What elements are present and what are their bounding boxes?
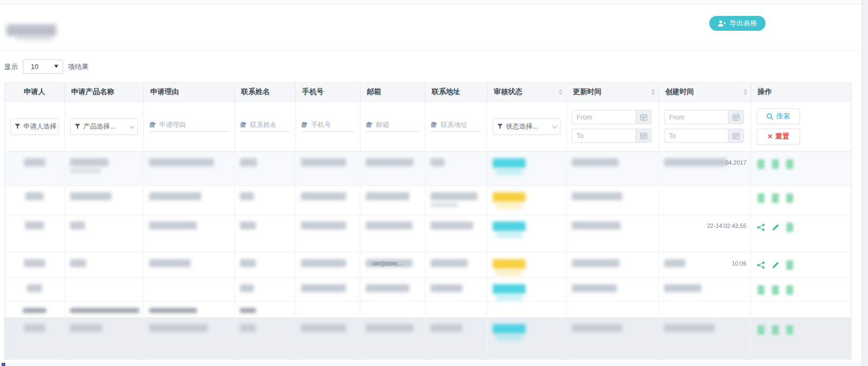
redacted-cell (360, 152, 425, 185)
action-icon-blurred[interactable] (785, 222, 794, 232)
col-header-status[interactable]: 审核状态 (487, 83, 566, 101)
status-filter-dropdown[interactable]: 状态选择... (493, 118, 561, 135)
redacted-cell (235, 318, 296, 359)
export-table-button[interactable]: 导出表格 (709, 16, 766, 31)
col-header-contact: 联系姓名 (235, 83, 296, 101)
action-icon-blurred[interactable] (785, 260, 794, 270)
action-icon-blurred[interactable] (757, 285, 766, 295)
redacted-cell (566, 186, 659, 215)
status-badge (493, 222, 526, 231)
contact-filter-input[interactable] (250, 121, 290, 129)
action-icon-blurred[interactable] (757, 325, 766, 335)
partially-visible-button[interactable] (2, 363, 5, 366)
calendar-icon[interactable] (728, 129, 744, 143)
redacted-text-block (572, 222, 621, 229)
redacted-cell (566, 318, 659, 359)
status-badge-echo (496, 169, 522, 174)
edit-icon[interactable] (771, 222, 780, 232)
redacted-text-block (70, 259, 86, 267)
redacted-text-block (431, 324, 462, 332)
edit-icon[interactable] (771, 260, 780, 270)
action-icon-blurred[interactable] (771, 193, 780, 203)
action-icon-blurred[interactable] (757, 193, 766, 203)
product-filter-dropdown[interactable]: 产品选择... (70, 118, 138, 135)
redacted-text-block (301, 192, 346, 200)
action-icon-blurred[interactable] (771, 285, 780, 295)
reason-filter-input[interactable] (159, 121, 229, 129)
table-row[interactable] (5, 278, 851, 302)
applicant-filter-dropdown[interactable]: 申请人选择 (10, 118, 59, 135)
col-header-updated[interactable]: 更新时间 (566, 83, 659, 101)
status-cell (487, 278, 566, 301)
table-row[interactable] (5, 318, 851, 359)
redacted-cell (5, 215, 65, 252)
redacted-cell (5, 302, 65, 317)
action-icon-blurred[interactable] (785, 159, 794, 169)
page-right-gutter (862, 0, 868, 366)
updated-from-date-input[interactable] (572, 110, 635, 124)
action-icon-blurred[interactable] (785, 325, 794, 335)
action-icon-blurred[interactable] (771, 159, 780, 169)
redacted-text-block (27, 284, 42, 292)
redacted-text-block (572, 192, 622, 200)
redacted-cell (659, 186, 751, 215)
calendar-icon[interactable] (635, 129, 651, 143)
redacted-text-block (664, 324, 715, 332)
address-filter-input[interactable] (441, 121, 482, 129)
export-table-label: 导出表格 (729, 19, 757, 28)
redacted-text-block (70, 222, 85, 229)
redacted-cell (144, 152, 235, 185)
search-button[interactable]: 搜索 (757, 108, 800, 124)
redacted-text-block (240, 284, 254, 292)
calendar-icon[interactable] (728, 110, 744, 124)
sort-icon[interactable] (651, 89, 655, 95)
redacted-text-block (23, 308, 46, 313)
col-header-created[interactable]: 创建时间 (659, 83, 751, 101)
redacted-text-block (24, 158, 45, 166)
redacted-cell (144, 186, 235, 215)
created-to-date-input[interactable] (664, 129, 728, 143)
status-cell (487, 186, 566, 215)
phone-filter-input[interactable] (311, 121, 355, 129)
status-cell (487, 253, 566, 277)
redacted-text-block (70, 192, 111, 200)
action-icon-blurred[interactable] (785, 193, 794, 203)
page-size-select[interactable]: 10 (23, 59, 63, 74)
action-icon-blurred[interactable] (757, 159, 766, 169)
table-row[interactable]: idd@bbitc...10:06 (5, 253, 851, 278)
action-icon-blurred[interactable] (771, 325, 780, 335)
redacted-text-block (431, 192, 477, 200)
status-badge (493, 259, 526, 269)
table-header-row: 申请人 申请产品名称 申请理由 联系姓名 手机号 邮箱 联系地址 审核状态 更新… (5, 83, 851, 101)
share-icon[interactable] (757, 222, 766, 232)
redacted-cell: 04.2017 (659, 152, 751, 185)
redacted-text-block (572, 284, 617, 292)
redacted-cell (65, 152, 144, 185)
email-filter-input[interactable] (376, 121, 419, 129)
redacted-text-block (366, 284, 409, 292)
table-row[interactable]: 22-14:02:43.55 (5, 215, 851, 253)
table-row[interactable]: 04.2017 (5, 152, 851, 186)
redacted-text-block (240, 308, 256, 313)
funnel-icon (75, 124, 80, 130)
table-row[interactable] (5, 186, 851, 215)
created-from-date-input[interactable] (664, 110, 728, 124)
calendar-icon[interactable] (635, 110, 651, 124)
redacted-cell: 22-14:02:43.55 (659, 215, 751, 252)
sort-icon[interactable] (558, 89, 563, 95)
reset-button[interactable]: ✕ 重置 (757, 129, 800, 144)
action-icon-blurred[interactable] (785, 285, 794, 295)
redacted-cell (296, 215, 360, 252)
redacted-text-block (301, 324, 346, 332)
redacted-cell (425, 152, 487, 185)
status-badge-echo (496, 203, 522, 208)
updated-to-date-input[interactable] (572, 129, 635, 143)
row-actions-cell (751, 278, 850, 301)
sort-icon[interactable] (743, 89, 747, 95)
visible-text-fragment: 04.2017 (725, 159, 746, 166)
share-icon[interactable] (757, 260, 766, 270)
table-row[interactable] (5, 302, 851, 318)
redacted-cell (65, 278, 144, 301)
redacted-cell (235, 186, 296, 215)
col-header-product: 申请产品名称 (65, 83, 144, 101)
